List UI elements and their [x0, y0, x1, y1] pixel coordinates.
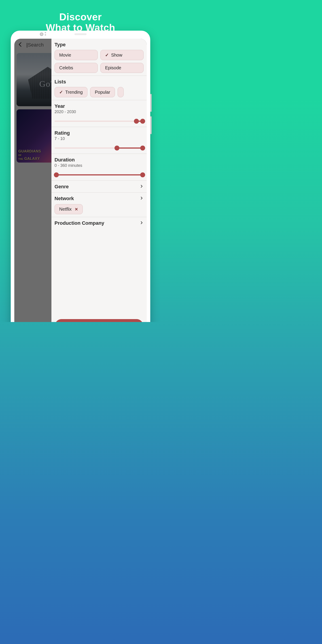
year-range-text: 2020 - 2030 — [54, 110, 144, 114]
section-title: Year — [54, 103, 144, 109]
filter-section-type: Type Movie ✓Show Celebs Episode — [52, 39, 147, 76]
chip-type-episode[interactable]: Episode — [100, 63, 144, 73]
section-title: Type — [54, 42, 144, 48]
apply-button[interactable]: Apply — [55, 319, 143, 322]
chip-network-netflix[interactable]: Netflix ✕ — [54, 204, 83, 214]
chip-type-movie[interactable]: Movie — [54, 50, 98, 60]
chevron-right-icon — [140, 184, 144, 189]
chip-list-popular[interactable]: Popular — [90, 87, 115, 97]
rating-slider[interactable] — [54, 145, 144, 151]
slider-thumb-max[interactable] — [140, 119, 145, 124]
filter-section-network: Network Netflix ✕ — [52, 192, 147, 217]
chip-type-celebs[interactable]: Celebs — [54, 63, 98, 73]
hero-title: Discover What to Watch — [0, 0, 161, 33]
filter-section-duration: Duration 0 - 360 minutes — [52, 154, 147, 181]
sensor-dots — [45, 32, 46, 33]
phone-frame: |Search GoT 9.0 📺 DEADPOOL 8.3 🎬 GUARDIA… — [11, 31, 150, 322]
filter-section-rating: Rating 7 - 10 — [52, 127, 147, 154]
check-icon: ✓ — [59, 90, 63, 95]
section-title: Network — [54, 196, 74, 202]
duration-range-text: 0 - 360 minutes — [54, 163, 144, 168]
filter-section-year: Year 2020 - 2030 — [52, 100, 147, 127]
phone-screen: |Search GoT 9.0 📺 DEADPOOL 8.3 🎬 GUARDIA… — [14, 39, 147, 322]
year-slider[interactable] — [54, 118, 144, 124]
camera-dot — [40, 32, 44, 36]
section-title: Genre — [54, 184, 69, 190]
filter-row-network[interactable]: Network — [54, 196, 144, 202]
section-title: Duration — [54, 157, 144, 163]
filter-panel: Type Movie ✓Show Celebs Episode Lists ✓T… — [52, 39, 147, 322]
filter-row-production[interactable]: Production Company — [52, 217, 147, 242]
section-title: Rating — [54, 130, 144, 136]
slider-thumb-min[interactable] — [54, 172, 59, 177]
chip-type-show[interactable]: ✓Show — [100, 50, 144, 60]
chevron-right-icon — [140, 221, 144, 226]
chevron-right-icon — [140, 196, 144, 201]
phone-notch — [11, 31, 150, 39]
filter-section-lists: Lists ✓Trending Popular — [52, 76, 147, 100]
slider-thumb-min[interactable] — [134, 119, 139, 124]
section-title: Lists — [54, 79, 144, 85]
slider-thumb-max[interactable] — [140, 146, 145, 150]
chip-list-more[interactable] — [118, 87, 124, 97]
phone-side-button — [150, 116, 152, 134]
close-icon[interactable]: ✕ — [75, 207, 78, 212]
phone-side-button — [150, 94, 152, 112]
slider-thumb-max[interactable] — [140, 172, 145, 177]
speaker-slot — [74, 33, 86, 35]
chip-list-trending[interactable]: ✓Trending — [54, 87, 88, 97]
filter-row-genre[interactable]: Genre — [52, 181, 147, 192]
rating-range-text: 7 - 10 — [54, 136, 144, 141]
section-title: Production Company — [54, 220, 104, 226]
check-icon: ✓ — [105, 52, 109, 58]
hero-line-1: Discover — [59, 12, 102, 22]
duration-slider[interactable] — [54, 172, 144, 178]
slider-thumb-min[interactable] — [114, 146, 120, 150]
